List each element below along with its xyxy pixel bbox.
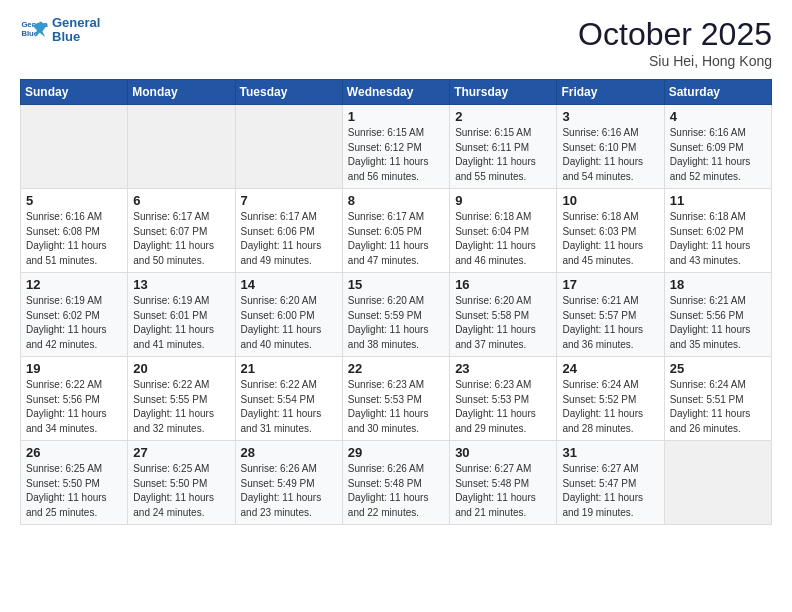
day-info: Sunrise: 6:22 AMSunset: 5:55 PMDaylight:… (133, 378, 229, 436)
day-number: 23 (455, 361, 551, 376)
day-number: 1 (348, 109, 444, 124)
day-info: Sunrise: 6:16 AMSunset: 6:08 PMDaylight:… (26, 210, 122, 268)
title-block: October 2025 Siu Hei, Hong Kong (578, 16, 772, 69)
calendar-week-4: 19Sunrise: 6:22 AMSunset: 5:56 PMDayligh… (21, 357, 772, 441)
day-number: 18 (670, 277, 766, 292)
day-number: 2 (455, 109, 551, 124)
calendar-cell: 19Sunrise: 6:22 AMSunset: 5:56 PMDayligh… (21, 357, 128, 441)
day-number: 13 (133, 277, 229, 292)
calendar-cell: 21Sunrise: 6:22 AMSunset: 5:54 PMDayligh… (235, 357, 342, 441)
location: Siu Hei, Hong Kong (578, 53, 772, 69)
calendar-cell: 18Sunrise: 6:21 AMSunset: 5:56 PMDayligh… (664, 273, 771, 357)
day-number: 15 (348, 277, 444, 292)
calendar-week-1: 1Sunrise: 6:15 AMSunset: 6:12 PMDaylight… (21, 105, 772, 189)
day-number: 29 (348, 445, 444, 460)
day-number: 16 (455, 277, 551, 292)
day-info: Sunrise: 6:18 AMSunset: 6:04 PMDaylight:… (455, 210, 551, 268)
calendar-cell: 14Sunrise: 6:20 AMSunset: 6:00 PMDayligh… (235, 273, 342, 357)
svg-text:Blue: Blue (21, 29, 38, 38)
weekday-header-saturday: Saturday (664, 80, 771, 105)
calendar-cell: 26Sunrise: 6:25 AMSunset: 5:50 PMDayligh… (21, 441, 128, 525)
day-info: Sunrise: 6:23 AMSunset: 5:53 PMDaylight:… (348, 378, 444, 436)
month-title: October 2025 (578, 16, 772, 53)
day-number: 31 (562, 445, 658, 460)
calendar-cell: 6Sunrise: 6:17 AMSunset: 6:07 PMDaylight… (128, 189, 235, 273)
day-number: 9 (455, 193, 551, 208)
day-number: 17 (562, 277, 658, 292)
calendar-cell: 15Sunrise: 6:20 AMSunset: 5:59 PMDayligh… (342, 273, 449, 357)
day-info: Sunrise: 6:27 AMSunset: 5:47 PMDaylight:… (562, 462, 658, 520)
day-number: 8 (348, 193, 444, 208)
weekday-header-monday: Monday (128, 80, 235, 105)
day-info: Sunrise: 6:24 AMSunset: 5:51 PMDaylight:… (670, 378, 766, 436)
calendar-cell: 7Sunrise: 6:17 AMSunset: 6:06 PMDaylight… (235, 189, 342, 273)
day-number: 14 (241, 277, 337, 292)
calendar-cell: 20Sunrise: 6:22 AMSunset: 5:55 PMDayligh… (128, 357, 235, 441)
logo: General Blue General Blue (20, 16, 100, 45)
day-number: 4 (670, 109, 766, 124)
weekday-header-tuesday: Tuesday (235, 80, 342, 105)
day-number: 20 (133, 361, 229, 376)
day-number: 10 (562, 193, 658, 208)
day-number: 24 (562, 361, 658, 376)
calendar-cell: 5Sunrise: 6:16 AMSunset: 6:08 PMDaylight… (21, 189, 128, 273)
day-info: Sunrise: 6:17 AMSunset: 6:07 PMDaylight:… (133, 210, 229, 268)
day-info: Sunrise: 6:23 AMSunset: 5:53 PMDaylight:… (455, 378, 551, 436)
day-info: Sunrise: 6:21 AMSunset: 5:57 PMDaylight:… (562, 294, 658, 352)
day-number: 3 (562, 109, 658, 124)
day-number: 11 (670, 193, 766, 208)
day-info: Sunrise: 6:26 AMSunset: 5:48 PMDaylight:… (348, 462, 444, 520)
day-info: Sunrise: 6:18 AMSunset: 6:02 PMDaylight:… (670, 210, 766, 268)
day-info: Sunrise: 6:21 AMSunset: 5:56 PMDaylight:… (670, 294, 766, 352)
calendar-cell: 1Sunrise: 6:15 AMSunset: 6:12 PMDaylight… (342, 105, 449, 189)
calendar-week-5: 26Sunrise: 6:25 AMSunset: 5:50 PMDayligh… (21, 441, 772, 525)
day-info: Sunrise: 6:26 AMSunset: 5:49 PMDaylight:… (241, 462, 337, 520)
day-info: Sunrise: 6:15 AMSunset: 6:12 PMDaylight:… (348, 126, 444, 184)
calendar-cell: 8Sunrise: 6:17 AMSunset: 6:05 PMDaylight… (342, 189, 449, 273)
day-number: 25 (670, 361, 766, 376)
day-info: Sunrise: 6:24 AMSunset: 5:52 PMDaylight:… (562, 378, 658, 436)
day-info: Sunrise: 6:25 AMSunset: 5:50 PMDaylight:… (26, 462, 122, 520)
day-info: Sunrise: 6:19 AMSunset: 6:01 PMDaylight:… (133, 294, 229, 352)
day-info: Sunrise: 6:20 AMSunset: 5:58 PMDaylight:… (455, 294, 551, 352)
weekday-header-thursday: Thursday (450, 80, 557, 105)
calendar-cell (21, 105, 128, 189)
day-number: 5 (26, 193, 122, 208)
day-number: 21 (241, 361, 337, 376)
day-info: Sunrise: 6:15 AMSunset: 6:11 PMDaylight:… (455, 126, 551, 184)
logo-general: General (52, 15, 100, 30)
day-info: Sunrise: 6:19 AMSunset: 6:02 PMDaylight:… (26, 294, 122, 352)
calendar-cell: 28Sunrise: 6:26 AMSunset: 5:49 PMDayligh… (235, 441, 342, 525)
calendar-cell: 17Sunrise: 6:21 AMSunset: 5:57 PMDayligh… (557, 273, 664, 357)
day-info: Sunrise: 6:25 AMSunset: 5:50 PMDaylight:… (133, 462, 229, 520)
day-info: Sunrise: 6:16 AMSunset: 6:09 PMDaylight:… (670, 126, 766, 184)
day-number: 26 (26, 445, 122, 460)
day-info: Sunrise: 6:17 AMSunset: 6:06 PMDaylight:… (241, 210, 337, 268)
calendar-week-3: 12Sunrise: 6:19 AMSunset: 6:02 PMDayligh… (21, 273, 772, 357)
calendar-cell: 2Sunrise: 6:15 AMSunset: 6:11 PMDaylight… (450, 105, 557, 189)
day-number: 7 (241, 193, 337, 208)
day-number: 30 (455, 445, 551, 460)
day-info: Sunrise: 6:22 AMSunset: 5:54 PMDaylight:… (241, 378, 337, 436)
page-header: General Blue General Blue October 2025 S… (20, 16, 772, 69)
weekday-header-row: SundayMondayTuesdayWednesdayThursdayFrid… (21, 80, 772, 105)
calendar-cell (664, 441, 771, 525)
day-info: Sunrise: 6:27 AMSunset: 5:48 PMDaylight:… (455, 462, 551, 520)
weekday-header-sunday: Sunday (21, 80, 128, 105)
logo-blue: Blue (52, 30, 100, 44)
calendar-week-2: 5Sunrise: 6:16 AMSunset: 6:08 PMDaylight… (21, 189, 772, 273)
day-number: 19 (26, 361, 122, 376)
calendar-cell: 30Sunrise: 6:27 AMSunset: 5:48 PMDayligh… (450, 441, 557, 525)
day-info: Sunrise: 6:20 AMSunset: 5:59 PMDaylight:… (348, 294, 444, 352)
calendar-cell: 9Sunrise: 6:18 AMSunset: 6:04 PMDaylight… (450, 189, 557, 273)
calendar-cell (235, 105, 342, 189)
day-info: Sunrise: 6:16 AMSunset: 6:10 PMDaylight:… (562, 126, 658, 184)
day-info: Sunrise: 6:20 AMSunset: 6:00 PMDaylight:… (241, 294, 337, 352)
calendar-cell: 25Sunrise: 6:24 AMSunset: 5:51 PMDayligh… (664, 357, 771, 441)
day-number: 12 (26, 277, 122, 292)
weekday-header-wednesday: Wednesday (342, 80, 449, 105)
calendar-cell (128, 105, 235, 189)
day-info: Sunrise: 6:22 AMSunset: 5:56 PMDaylight:… (26, 378, 122, 436)
day-number: 6 (133, 193, 229, 208)
calendar-cell: 24Sunrise: 6:24 AMSunset: 5:52 PMDayligh… (557, 357, 664, 441)
